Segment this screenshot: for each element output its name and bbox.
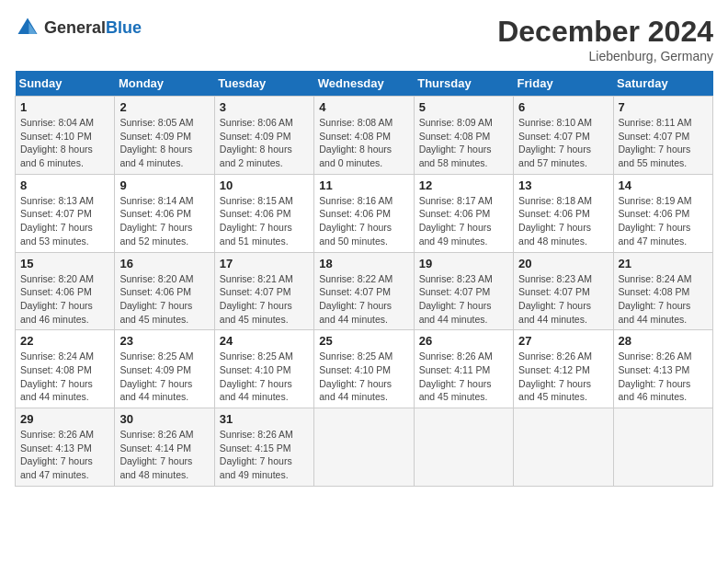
- day-number: 16: [119, 257, 209, 270]
- calendar-cell: 3Sunrise: 8:06 AMSunset: 4:09 PMDaylight…: [214, 97, 313, 175]
- day-info: Sunrise: 8:05 AMSunset: 4:09 PMDaylight:…: [119, 116, 209, 170]
- day-info: Sunrise: 8:26 AMSunset: 4:13 PMDaylight:…: [20, 428, 109, 482]
- day-number: 23: [119, 334, 209, 348]
- calendar-cell: [414, 408, 513, 487]
- weekday-header-friday: Friday: [514, 71, 613, 97]
- day-number: 15: [20, 257, 109, 270]
- logo-general: General: [44, 18, 106, 37]
- day-number: 21: [619, 257, 708, 270]
- calendar-cell: 16Sunrise: 8:20 AMSunset: 4:06 PMDayligh…: [115, 252, 214, 330]
- calendar-cell: 18Sunrise: 8:22 AMSunset: 4:07 PMDayligh…: [314, 252, 414, 330]
- calendar-cell: 30Sunrise: 8:26 AMSunset: 4:14 PMDayligh…: [115, 408, 214, 487]
- calendar-cell: 5Sunrise: 8:09 AMSunset: 4:08 PMDaylight…: [414, 97, 513, 175]
- day-info: Sunrise: 8:25 AMSunset: 4:09 PMDaylight:…: [119, 350, 209, 404]
- calendar-cell: 22Sunrise: 8:24 AMSunset: 4:08 PMDayligh…: [16, 330, 115, 408]
- day-info: Sunrise: 8:11 AMSunset: 4:07 PMDaylight:…: [619, 116, 708, 170]
- day-number: 3: [220, 100, 309, 114]
- calendar-cell: 17Sunrise: 8:21 AMSunset: 4:07 PMDayligh…: [214, 252, 313, 330]
- day-info: Sunrise: 8:09 AMSunset: 4:08 PMDaylight:…: [419, 116, 508, 170]
- calendar-cell: 20Sunrise: 8:23 AMSunset: 4:07 PMDayligh…: [514, 252, 613, 330]
- page-header: GeneralBlue December 2024 Liebenburg, Ge…: [15, 15, 713, 63]
- day-number: 14: [619, 178, 708, 192]
- calendar-cell: 24Sunrise: 8:25 AMSunset: 4:10 PMDayligh…: [214, 330, 313, 408]
- day-number: 18: [319, 257, 408, 270]
- day-info: Sunrise: 8:26 AMSunset: 4:11 PMDaylight:…: [419, 350, 508, 404]
- weekday-header-saturday: Saturday: [613, 71, 712, 97]
- day-number: 19: [419, 257, 508, 270]
- location: Liebenburg, Germany: [497, 49, 713, 63]
- day-info: Sunrise: 8:22 AMSunset: 4:07 PMDaylight:…: [319, 272, 408, 327]
- calendar-cell: 15Sunrise: 8:20 AMSunset: 4:06 PMDayligh…: [16, 252, 115, 330]
- title-area: December 2024 Liebenburg, Germany: [497, 15, 713, 63]
- calendar-cell: 11Sunrise: 8:16 AMSunset: 4:06 PMDayligh…: [314, 174, 414, 252]
- calendar-cell: 25Sunrise: 8:25 AMSunset: 4:10 PMDayligh…: [314, 330, 414, 408]
- calendar-cell: 12Sunrise: 8:17 AMSunset: 4:06 PMDayligh…: [414, 174, 513, 252]
- day-number: 6: [518, 100, 608, 114]
- day-info: Sunrise: 8:23 AMSunset: 4:07 PMDaylight:…: [518, 272, 608, 327]
- day-number: 29: [20, 412, 109, 426]
- calendar-cell: 10Sunrise: 8:15 AMSunset: 4:06 PMDayligh…: [214, 174, 313, 252]
- calendar-table: SundayMondayTuesdayWednesdayThursdayFrid…: [15, 71, 713, 487]
- calendar-cell: 2Sunrise: 8:05 AMSunset: 4:09 PMDaylight…: [115, 97, 214, 175]
- calendar-cell: 9Sunrise: 8:14 AMSunset: 4:06 PMDaylight…: [115, 174, 214, 252]
- calendar-body: 1Sunrise: 8:04 AMSunset: 4:10 PMDaylight…: [16, 97, 713, 487]
- calendar-cell: 26Sunrise: 8:26 AMSunset: 4:11 PMDayligh…: [414, 330, 513, 408]
- calendar-cell: 21Sunrise: 8:24 AMSunset: 4:08 PMDayligh…: [613, 252, 712, 330]
- day-number: 4: [319, 100, 408, 114]
- day-info: Sunrise: 8:24 AMSunset: 4:08 PMDaylight:…: [619, 272, 708, 327]
- day-number: 26: [419, 334, 508, 348]
- logo-text: GeneralBlue: [44, 18, 142, 38]
- calendar-week-3: 15Sunrise: 8:20 AMSunset: 4:06 PMDayligh…: [16, 252, 713, 330]
- weekday-header-row: SundayMondayTuesdayWednesdayThursdayFrid…: [16, 71, 713, 97]
- weekday-header-tuesday: Tuesday: [214, 71, 313, 97]
- day-info: Sunrise: 8:21 AMSunset: 4:07 PMDaylight:…: [220, 272, 309, 327]
- day-info: Sunrise: 8:20 AMSunset: 4:06 PMDaylight:…: [20, 272, 109, 327]
- day-number: 11: [319, 178, 408, 192]
- day-number: 24: [220, 334, 309, 348]
- day-info: Sunrise: 8:13 AMSunset: 4:07 PMDaylight:…: [20, 194, 109, 248]
- day-info: Sunrise: 8:08 AMSunset: 4:08 PMDaylight:…: [319, 116, 408, 170]
- calendar-cell: 1Sunrise: 8:04 AMSunset: 4:10 PMDaylight…: [16, 97, 115, 175]
- day-number: 8: [20, 178, 109, 192]
- logo-blue: Blue: [106, 18, 142, 37]
- day-info: Sunrise: 8:17 AMSunset: 4:06 PMDaylight:…: [419, 194, 508, 248]
- day-number: 22: [20, 334, 109, 348]
- day-number: 25: [319, 334, 408, 348]
- calendar-week-5: 29Sunrise: 8:26 AMSunset: 4:13 PMDayligh…: [16, 408, 713, 487]
- calendar-cell: [613, 408, 712, 487]
- day-number: 20: [518, 257, 608, 270]
- day-number: 2: [119, 100, 209, 114]
- weekday-header-monday: Monday: [115, 71, 214, 97]
- calendar-cell: 6Sunrise: 8:10 AMSunset: 4:07 PMDaylight…: [514, 97, 613, 175]
- calendar-week-2: 8Sunrise: 8:13 AMSunset: 4:07 PMDaylight…: [16, 174, 713, 252]
- day-info: Sunrise: 8:16 AMSunset: 4:06 PMDaylight:…: [319, 194, 408, 248]
- day-number: 12: [419, 178, 508, 192]
- day-info: Sunrise: 8:20 AMSunset: 4:06 PMDaylight:…: [119, 272, 209, 327]
- day-info: Sunrise: 8:24 AMSunset: 4:08 PMDaylight:…: [20, 350, 109, 404]
- day-info: Sunrise: 8:14 AMSunset: 4:06 PMDaylight:…: [119, 194, 209, 248]
- calendar-cell: 7Sunrise: 8:11 AMSunset: 4:07 PMDaylight…: [613, 97, 712, 175]
- day-number: 27: [518, 334, 608, 348]
- day-number: 5: [419, 100, 508, 114]
- calendar-cell: 13Sunrise: 8:18 AMSunset: 4:06 PMDayligh…: [514, 174, 613, 252]
- day-info: Sunrise: 8:19 AMSunset: 4:06 PMDaylight:…: [619, 194, 708, 248]
- day-number: 17: [220, 257, 309, 270]
- day-info: Sunrise: 8:15 AMSunset: 4:06 PMDaylight:…: [220, 194, 309, 248]
- day-number: 30: [119, 412, 209, 426]
- calendar-week-1: 1Sunrise: 8:04 AMSunset: 4:10 PMDaylight…: [16, 97, 713, 175]
- day-info: Sunrise: 8:25 AMSunset: 4:10 PMDaylight:…: [220, 350, 309, 404]
- calendar-cell: 31Sunrise: 8:26 AMSunset: 4:15 PMDayligh…: [214, 408, 313, 487]
- day-info: Sunrise: 8:26 AMSunset: 4:15 PMDaylight:…: [220, 428, 309, 482]
- logo-icon: [15, 15, 40, 40]
- day-info: Sunrise: 8:10 AMSunset: 4:07 PMDaylight:…: [518, 116, 608, 170]
- month-title: December 2024: [497, 15, 713, 49]
- day-info: Sunrise: 8:04 AMSunset: 4:10 PMDaylight:…: [20, 116, 109, 170]
- calendar-cell: 23Sunrise: 8:25 AMSunset: 4:09 PMDayligh…: [115, 330, 214, 408]
- calendar-cell: [514, 408, 613, 487]
- day-number: 1: [20, 100, 109, 114]
- logo: GeneralBlue: [15, 15, 142, 40]
- day-info: Sunrise: 8:18 AMSunset: 4:06 PMDaylight:…: [518, 194, 608, 248]
- calendar-cell: 28Sunrise: 8:26 AMSunset: 4:13 PMDayligh…: [613, 330, 712, 408]
- day-info: Sunrise: 8:25 AMSunset: 4:10 PMDaylight:…: [319, 350, 408, 404]
- svg-marker-1: [28, 22, 36, 34]
